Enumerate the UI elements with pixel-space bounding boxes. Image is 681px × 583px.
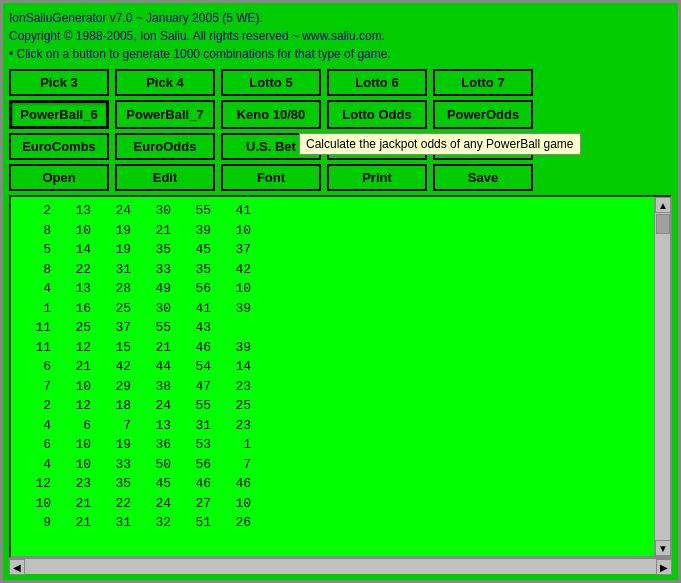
table-cell: 55 bbox=[139, 318, 179, 338]
table-cell: 43 bbox=[179, 318, 219, 338]
table-cell: 10 bbox=[219, 279, 259, 299]
font-button[interactable]: Font bbox=[221, 164, 321, 191]
table-row: 62142445414 bbox=[19, 357, 646, 377]
data-table: 2132430554181019213910514193545378223133… bbox=[19, 201, 646, 533]
content-area: 2132430554181019213910514193545378223133… bbox=[9, 195, 672, 558]
table-cell: 39 bbox=[219, 299, 259, 319]
game-buttons-row3-container: EuroCombs EuroOdds U.S. Bet Horses Roule… bbox=[9, 133, 672, 160]
scroll-right-arrow[interactable]: ▶ bbox=[656, 559, 672, 575]
table-cell: 23 bbox=[219, 416, 259, 436]
data-scroll[interactable]: 2132430554181019213910514193545378223133… bbox=[11, 197, 654, 556]
table-cell: 55 bbox=[179, 396, 219, 416]
table-row: 4103350567 bbox=[19, 455, 646, 475]
table-cell: 15 bbox=[99, 338, 139, 358]
table-cell: 31 bbox=[99, 513, 139, 533]
table-cell: 49 bbox=[139, 279, 179, 299]
table-cell: 12 bbox=[59, 338, 99, 358]
table-row: 51419354537 bbox=[19, 240, 646, 260]
table-cell: 1 bbox=[19, 299, 59, 319]
table-cell: 38 bbox=[139, 377, 179, 397]
table-row: 122335454646 bbox=[19, 474, 646, 494]
pick3-button[interactable]: Pick 3 bbox=[9, 69, 109, 96]
powerodds-button[interactable]: PowerOdds bbox=[433, 100, 533, 129]
table-cell: 14 bbox=[219, 357, 259, 377]
keno-button[interactable]: Keno 10/80 bbox=[221, 100, 321, 129]
table-cell: 7 bbox=[99, 416, 139, 436]
table-cell: 30 bbox=[139, 299, 179, 319]
pick4-button[interactable]: Pick 4 bbox=[115, 69, 215, 96]
table-cell: 56 bbox=[179, 455, 219, 475]
save-button[interactable]: Save bbox=[433, 164, 533, 191]
lottoodds-button[interactable]: Lotto Odds bbox=[327, 100, 427, 129]
table-cell: 19 bbox=[99, 435, 139, 455]
table-cell: 13 bbox=[139, 416, 179, 436]
table-cell: 8 bbox=[19, 260, 59, 280]
lotto5-button[interactable]: Lotto 5 bbox=[221, 69, 321, 96]
table-cell: 4 bbox=[19, 455, 59, 475]
table-cell: 6 bbox=[19, 357, 59, 377]
table-cell: 10 bbox=[219, 494, 259, 514]
table-cell: 22 bbox=[99, 494, 139, 514]
table-cell: 21 bbox=[139, 221, 179, 241]
table-cell: 4 bbox=[19, 416, 59, 436]
table-cell: 41 bbox=[219, 201, 259, 221]
table-cell: 13 bbox=[59, 201, 99, 221]
table-cell: 10 bbox=[19, 494, 59, 514]
powerball7-button[interactable]: PowerBall_7 bbox=[115, 100, 215, 129]
table-cell: 10 bbox=[59, 455, 99, 475]
powerball6-button[interactable]: PowerBall_6 bbox=[9, 100, 109, 129]
table-row: 92131325126 bbox=[19, 513, 646, 533]
table-cell: 25 bbox=[59, 318, 99, 338]
table-cell: 45 bbox=[139, 474, 179, 494]
header-info: IonSaliuGenerator v7.0 ~ January 2005 (5… bbox=[9, 9, 672, 63]
scroll-down-arrow[interactable]: ▼ bbox=[655, 540, 671, 556]
table-cell: 37 bbox=[219, 240, 259, 260]
scroll-h-track bbox=[25, 559, 656, 574]
scroll-thumb[interactable] bbox=[656, 214, 670, 234]
table-cell: 4 bbox=[19, 279, 59, 299]
eurocombs-button[interactable]: EuroCombs bbox=[9, 133, 109, 160]
game-buttons-row1: Pick 3 Pick 4 Lotto 5 Lotto 6 Lotto 7 bbox=[9, 69, 672, 96]
table-cell: 10 bbox=[219, 221, 259, 241]
table-cell: 33 bbox=[139, 260, 179, 280]
edit-button[interactable]: Edit bbox=[115, 164, 215, 191]
scroll-up-arrow[interactable]: ▲ bbox=[655, 197, 671, 213]
table-cell: 22 bbox=[59, 260, 99, 280]
table-cell: 46 bbox=[179, 338, 219, 358]
table-cell: 9 bbox=[19, 513, 59, 533]
open-button[interactable]: Open bbox=[9, 164, 109, 191]
table-cell: 37 bbox=[99, 318, 139, 338]
table-cell: 31 bbox=[99, 260, 139, 280]
table-row: 21324305541 bbox=[19, 201, 646, 221]
scroll-left-arrow[interactable]: ◀ bbox=[9, 559, 25, 575]
table-cell: 12 bbox=[19, 474, 59, 494]
table-cell: 23 bbox=[219, 377, 259, 397]
table-row: 467133123 bbox=[19, 416, 646, 436]
table-cell: 14 bbox=[59, 240, 99, 260]
table-cell: 39 bbox=[179, 221, 219, 241]
table-cell: 24 bbox=[139, 396, 179, 416]
table-cell: 19 bbox=[99, 221, 139, 241]
table-cell: 24 bbox=[99, 201, 139, 221]
table-row: 81019213910 bbox=[19, 221, 646, 241]
euroodds-button[interactable]: EuroOdds bbox=[115, 133, 215, 160]
print-button[interactable]: Print bbox=[327, 164, 427, 191]
lotto7-button[interactable]: Lotto 7 bbox=[433, 69, 533, 96]
table-cell: 41 bbox=[179, 299, 219, 319]
main-window: IonSaliuGenerator v7.0 ~ January 2005 (5… bbox=[0, 0, 681, 583]
header-line3: • Click on a button to generate 1000 com… bbox=[9, 45, 672, 63]
table-cell: 8 bbox=[19, 221, 59, 241]
vertical-scrollbar[interactable]: ▲ ▼ bbox=[654, 197, 670, 556]
table-cell: 21 bbox=[59, 494, 99, 514]
horizontal-scrollbar[interactable]: ◀ ▶ bbox=[9, 558, 672, 574]
table-cell: 21 bbox=[139, 338, 179, 358]
table-row: 1125375543 bbox=[19, 318, 646, 338]
table-cell: 2 bbox=[19, 396, 59, 416]
lotto6-button[interactable]: Lotto 6 bbox=[327, 69, 427, 96]
table-cell: 6 bbox=[19, 435, 59, 455]
table-row: 11625304139 bbox=[19, 299, 646, 319]
table-cell: 5 bbox=[19, 240, 59, 260]
table-cell: 24 bbox=[139, 494, 179, 514]
table-cell: 7 bbox=[219, 455, 259, 475]
game-buttons-row2: PowerBall_6 PowerBall_7 Keno 10/80 Lotto… bbox=[9, 100, 672, 129]
